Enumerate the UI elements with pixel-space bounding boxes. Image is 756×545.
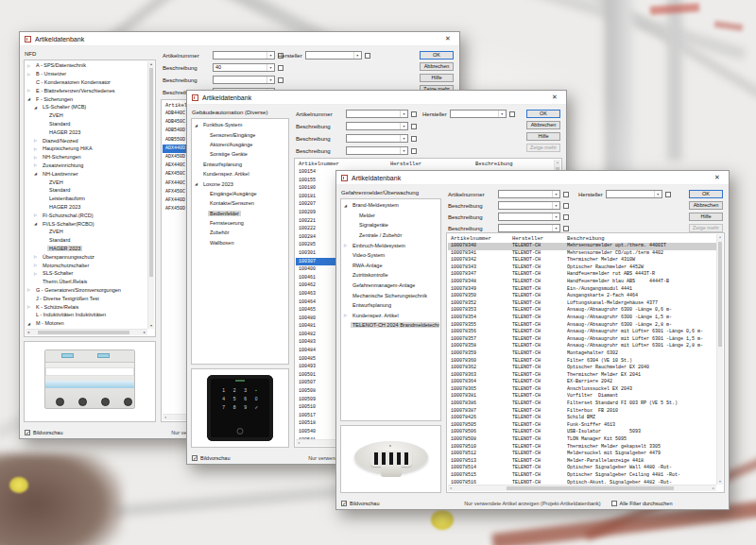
titlebar[interactable]: Artikeldatenbank ✕ (336, 171, 729, 185)
titlebar[interactable]: Artikeldatenbank ✕ (20, 32, 459, 46)
hilfe-button[interactable]: Hilfe (526, 132, 560, 141)
table-row[interactable]: 100078387TELENOT-CHFilterbox FB 2010 (448, 408, 716, 416)
tree-item[interactable]: Video-System (342, 250, 439, 261)
table-row[interactable]: 100078358TELENOT-CHAnsaug-/Absaugrohr mi… (448, 343, 716, 350)
collapsed-icon[interactable]: ▷ (34, 263, 41, 267)
tree-item[interactable]: Wallboxen (193, 238, 287, 247)
filter-option-checkbox[interactable] (563, 192, 569, 197)
table-row[interactable]: 100078341TELENOT-CHMehrsensormelder CO/o… (448, 250, 716, 258)
table-row[interactable]: 100078348TELENOT-CHHandfeuermelder blau … (448, 279, 716, 286)
horizontal-scrollbar[interactable]: ◂▸ (448, 485, 716, 491)
table-row[interactable]: 100078508TELENOT-CHTLON Manager Kit 5095 (448, 436, 716, 444)
table-row[interactable]: 100078515TELENOT-CHOptischer Signalgeber… (448, 472, 716, 480)
beschreibung-3-combo[interactable]: ▾ (346, 146, 408, 155)
tree-item[interactable]: J - Diverse Textgrößen Test (26, 294, 154, 302)
table-row[interactable]: 100078365TELENOT-CHAnschlusssockel EX 20… (448, 386, 716, 394)
tree-item[interactable]: ▷Diazed/Neozed (26, 136, 154, 145)
hersteller-combo[interactable]: ▾ (450, 110, 507, 118)
column-header[interactable]: Hersteller (390, 161, 475, 167)
filter-option-checkbox[interactable] (278, 65, 284, 71)
ok-button[interactable]: OK (526, 110, 560, 118)
beschreibung-2-combo[interactable]: ▾ (498, 213, 560, 221)
table-row[interactable]: 100078357TELENOT-CHAnsaug-/Absaugrohr mi… (448, 336, 716, 344)
expanded-icon[interactable]: ◢ (34, 105, 41, 110)
filter-option-checkbox[interactable] (411, 136, 417, 142)
scroll-left-icon[interactable]: ◂ (448, 485, 454, 491)
alle-filter-checkbox[interactable] (611, 501, 617, 506)
table-row[interactable]: 100078343TELENOT-CHOptischer Rauchmelder… (448, 264, 716, 272)
scrollbar-thumb[interactable] (718, 242, 722, 347)
table-row[interactable]: 100078381TELENOT-CHVorfilter Diamant (448, 393, 716, 400)
tree-item[interactable]: Sensoren/Eingänge (193, 129, 287, 139)
beschreibung-2-combo[interactable]: ▾ (213, 76, 275, 84)
expanded-icon[interactable]: ◢ (27, 321, 34, 326)
tree-item[interactable]: ◢Brand-Meldesystem (342, 200, 439, 211)
table-row[interactable]: 100078513TELENOT-CHMelder-Parallelanzeig… (448, 458, 716, 466)
tree-item[interactable]: ◢LS-Schalter (MCB) (26, 103, 154, 111)
tree-item[interactable]: ◢M - Motoren (26, 319, 154, 328)
preview-toggle[interactable]: Bildvorschau (192, 455, 231, 461)
collapsed-icon[interactable]: ▷ (34, 213, 41, 217)
tree-item[interactable]: ◢F - Sicherungen (26, 94, 154, 103)
preview-toggle[interactable]: Bildvorschau (25, 430, 63, 435)
vertical-scrollbar[interactable]: ▴▾ (716, 234, 723, 485)
tree-item[interactable]: Bedienfelder (193, 209, 287, 218)
expanded-icon[interactable]: ◢ (195, 181, 201, 186)
collapsed-icon[interactable]: ▷ (27, 88, 34, 93)
tree-item[interactable]: RWA-Anlage (342, 261, 439, 271)
bildvorschau-checkbox[interactable] (192, 455, 198, 461)
scroll-right-icon[interactable]: ▸ (711, 485, 716, 491)
filter-option-checkbox[interactable] (563, 214, 569, 220)
collapsed-icon[interactable]: ▷ (34, 138, 41, 143)
table-row[interactable]: 100078364TELENOT-CHEX-Barriere 2042 (448, 379, 716, 386)
tree-item[interactable]: ▷Hauptsicherung HiKA (26, 145, 154, 153)
category-tree[interactable]: ◢Brand-MeldesystemMelderSignalgeräteZent… (340, 198, 441, 421)
table-row[interactable]: 100078347TELENOT-CHHandfeuermelder rot A… (448, 271, 716, 279)
table-row[interactable]: 100078360TELENOT-CHFilter 6304 (VE 10 St… (448, 358, 716, 366)
chevron-down-icon[interactable]: ▾ (552, 225, 559, 231)
tree-item[interactable]: ◢NH-Lasttrenner (26, 169, 154, 178)
scroll-up-icon[interactable]: ▴ (555, 160, 560, 165)
table-row[interactable]: 100078352TELENOT-CHLüftungskanal-Melderg… (448, 300, 716, 308)
chevron-down-icon[interactable]: ▾ (654, 191, 662, 197)
horizontal-scrollbar[interactable]: ◂▸ (26, 329, 147, 335)
hersteller-option-checkbox[interactable] (509, 111, 515, 117)
beschreibung-1-combo[interactable]: ▾ (498, 201, 560, 210)
artikelnummer-combo[interactable]: ▾ (213, 51, 275, 60)
table-row[interactable]: 100078386TELENOT-CHFilterset Standard FI… (448, 400, 716, 408)
table-row[interactable]: 100078505TELENOT-CHFunk-Sniffer 4613 (448, 422, 716, 430)
table-row[interactable]: 100078340TELENOT-CHMehrsensormelder opt.… (448, 243, 716, 250)
collapsed-icon[interactable]: ▷ (27, 72, 34, 77)
table-row[interactable]: 100078426TELENOT-CHSchild BMZ (448, 415, 716, 422)
chevron-down-icon[interactable]: ▾ (400, 135, 407, 142)
tree-item[interactable]: TELENOT-CH 2024 Brandmeldetechnik (342, 320, 439, 331)
column-header[interactable]: Beschreibung (567, 235, 716, 242)
table-row[interactable]: 100078363TELENOT-CHThermischer Melder EX… (448, 372, 716, 380)
tree-item[interactable]: ▷A - SPS/Datentechnik (26, 61, 154, 70)
column-header[interactable]: Beschreibung (475, 161, 554, 167)
tree-item[interactable]: ◢Funkbus-System (193, 120, 287, 129)
filter-option-checkbox[interactable] (563, 226, 569, 231)
beschreibung-2-combo[interactable]: ▾ (346, 134, 408, 143)
tree-item[interactable]: ▷SLS-Schalter (26, 269, 154, 278)
tree-item[interactable]: ▷Kundenspez. Artikel (342, 311, 439, 321)
tree-item[interactable]: HAGER 2023 (26, 203, 154, 212)
scroll-up-icon[interactable]: ▴ (717, 234, 723, 240)
chevron-down-icon[interactable]: ▾ (552, 191, 559, 197)
chevron-down-icon[interactable]: ▾ (552, 213, 559, 220)
hilfe-button[interactable]: Hilfe (689, 213, 723, 221)
chevron-down-icon[interactable]: ▾ (266, 77, 274, 83)
expanded-icon[interactable]: ◢ (195, 123, 201, 128)
collapsed-icon[interactable]: ▷ (34, 155, 41, 160)
chevron-down-icon[interactable]: ▾ (266, 52, 274, 59)
tree-item[interactable]: HAGER 2023 (26, 245, 154, 253)
tree-item[interactable]: ▷Einbruch-Meldesystem (342, 240, 439, 250)
collapsed-icon[interactable]: ▷ (34, 254, 41, 259)
tree-item[interactable]: ◢FI/LS-Schalter(RCBO) (26, 219, 154, 228)
table-row[interactable]: 100078342TELENOT-CHThermischer Melder 43… (448, 257, 716, 264)
abbrechen-button[interactable]: Abbrechen (526, 121, 560, 129)
tree-item[interactable]: ZVEH (26, 178, 154, 186)
scroll-up-icon[interactable]: ▴ (148, 61, 154, 67)
scrollbar-thumb[interactable] (507, 486, 673, 490)
beschreibung-3-combo[interactable]: ▾ (498, 224, 560, 232)
